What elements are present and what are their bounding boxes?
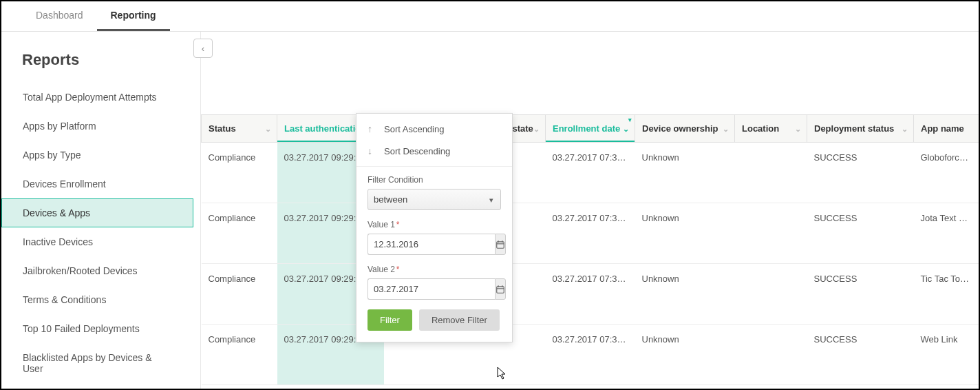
value1-label: Value 1* [368, 220, 501, 229]
top-tabs: Dashboard Reporting [1, 1, 979, 32]
cell-ownership: Unknown [635, 203, 735, 264]
sort-section: ↑ Sort Ascending ↓ Sort Descending [356, 114, 512, 167]
sidebar-item-blacklisted[interactable]: Blacklisted Apps by Devices & User [1, 343, 193, 383]
chevron-down-icon: ⌄ [723, 124, 729, 133]
app-frame: Dashboard Reporting ‹ Reports Total App … [0, 0, 980, 390]
filter-condition-value: between [374, 194, 407, 205]
chevron-left-icon: ‹ [202, 43, 204, 54]
cell-app-name: Web Link [914, 325, 979, 385]
cell-ownership: Unknown [635, 264, 735, 325]
cell-status: Compliance [202, 203, 277, 264]
cell-status: Compliance [202, 325, 277, 385]
sidebar-item-total-app-deployment[interactable]: Total App Deployment Attempts [1, 83, 193, 112]
value2-calendar-button[interactable] [495, 278, 506, 300]
sidebar-item-jailbroken[interactable]: Jailbroken/Rooted Devices [1, 256, 193, 285]
value1-calendar-button[interactable] [495, 234, 506, 255]
cell-app-name: Globoforce_S/ [914, 143, 979, 203]
calendar-icon [496, 285, 505, 294]
sidebar-item-top10-failed[interactable]: Top 10 Failed Deployments [1, 314, 193, 343]
cell-app-name: Jota Text Editor [914, 203, 979, 264]
remove-filter-button[interactable]: Remove Filter [419, 309, 500, 331]
content-area: Status ⌄ Last authentication ⌄ ▾ Last ac… [201, 32, 979, 389]
svg-rect-0 [497, 241, 504, 247]
value1-input[interactable] [368, 234, 495, 255]
cell-location [735, 143, 807, 203]
value2-label: Value 2* [368, 265, 501, 274]
col-header-label: App name [921, 123, 964, 134]
col-header-app-name[interactable]: App name [914, 115, 979, 143]
table-row[interactable]: Compliance 03.27.2017 09:29:0 03.27.2017… [202, 264, 979, 325]
col-header-label: Device ownership [642, 123, 718, 134]
cell-enroll-date: 03.27.2017 07:33:27 [546, 143, 635, 203]
cell-status: Compliance [202, 143, 277, 203]
cell-enroll-date: 03.27.2017 07:33:27 [546, 325, 635, 385]
chevron-down-icon: ⌄ [623, 124, 629, 133]
chevron-down-icon: ⌄ [902, 124, 908, 133]
sidebar-title: Reports [1, 51, 200, 83]
chevron-down-icon: ⌄ [533, 124, 540, 133]
sidebar-item-apps-by-platform[interactable]: Apps by Platform [1, 112, 193, 141]
collapse-sidebar-button[interactable]: ‹ [193, 39, 213, 58]
required-asterisk: * [396, 265, 400, 274]
tab-dashboard[interactable]: Dashboard [22, 1, 97, 31]
value1-label-text: Value 1 [368, 220, 395, 229]
cell-location [735, 325, 807, 385]
filter-button[interactable]: Filter [368, 309, 412, 331]
col-header-label: Enrollment date [553, 123, 620, 134]
required-asterisk: * [396, 220, 400, 229]
arrow-down-icon: ↓ [368, 145, 380, 156]
sidebar: ‹ Reports Total App Deployment Attempts … [1, 32, 201, 389]
cell-app-name: Tic Tac Toe Fre [914, 264, 979, 325]
col-header-location[interactable]: Location ⌄ [735, 115, 807, 143]
col-header-label: Status [209, 123, 236, 134]
sidebar-item-inactive-devices[interactable]: Inactive Devices [1, 227, 193, 256]
calendar-icon [496, 240, 505, 249]
filter-body: Filter Condition between Value 1* Value … [356, 167, 512, 342]
arrow-up-icon: ↑ [368, 123, 380, 134]
sort-desc-label: Sort Descending [384, 146, 450, 156]
cell-ownership: Unknown [635, 143, 735, 203]
cell-location [735, 264, 807, 325]
cell-status: Compliance [202, 264, 277, 325]
cell-deploy-status: SUCCESS [807, 203, 914, 264]
col-header-enrollment-date[interactable]: Enrollment date ⌄ ▾ [546, 115, 635, 143]
value2-input-group [368, 278, 501, 300]
cell-deploy-status: SUCCESS [807, 264, 914, 325]
col-header-device-ownership[interactable]: Device ownership ⌄ [635, 115, 735, 143]
value2-label-text: Value 2 [368, 265, 395, 274]
table-wrap: Status ⌄ Last authentication ⌄ ▾ Last ac… [201, 32, 979, 385]
report-table: Status ⌄ Last authentication ⌄ ▾ Last ac… [201, 114, 979, 385]
cell-deploy-status: SUCCESS [807, 143, 914, 203]
table-row[interactable]: Compliance 03.27.2017 09:29:0 03.27.2017… [202, 203, 979, 264]
col-header-status[interactable]: Status ⌄ [202, 115, 277, 143]
sidebar-item-devices-and-apps[interactable]: Devices & Apps [1, 198, 193, 227]
cell-ownership: Unknown [635, 325, 735, 385]
col-header-label: Location [742, 123, 779, 134]
filter-buttons: Filter Remove Filter [368, 309, 501, 331]
chevron-down-icon: ⌄ [265, 124, 271, 133]
cell-enroll-date: 03.27.2017 07:33:27 [546, 264, 635, 325]
chevron-down-icon: ⌄ [795, 124, 801, 133]
sort-ascending-option[interactable]: ↑ Sort Ascending [356, 118, 512, 140]
col-header-deployment-status[interactable]: Deployment status ⌄ [807, 115, 914, 143]
svg-rect-4 [497, 286, 504, 292]
tab-reporting[interactable]: Reporting [97, 1, 170, 31]
filter-indicator-icon: ▾ [628, 116, 632, 123]
column-filter-dropdown: ↑ Sort Ascending ↓ Sort Descending Filte… [356, 113, 513, 342]
cell-deploy-status: SUCCESS [807, 325, 914, 385]
table-row[interactable]: Compliance 03.27.2017 09:29:0 03.27.2017… [202, 325, 979, 385]
sort-descending-option[interactable]: ↓ Sort Descending [356, 140, 512, 162]
sidebar-item-apps-by-type[interactable]: Apps by Type [1, 141, 193, 170]
sort-asc-label: Sort Ascending [384, 124, 444, 134]
value2-input[interactable] [368, 278, 495, 300]
sidebar-item-devices-enrollment[interactable]: Devices Enrollment [1, 170, 193, 198]
col-header-label: Deployment status [814, 123, 894, 134]
filter-condition-label: Filter Condition [368, 175, 501, 185]
cell-location [735, 203, 807, 264]
table-row[interactable]: Compliance 03.27.2017 09:29:0 03.27.2017… [202, 143, 979, 203]
filter-condition-select[interactable]: between [368, 189, 501, 210]
cell-enroll-date: 03.27.2017 07:33:27 [546, 203, 635, 264]
value1-input-group [368, 234, 501, 255]
sidebar-item-terms[interactable]: Terms & Conditions [1, 285, 193, 314]
col-header-label: Last authentication [284, 123, 366, 134]
